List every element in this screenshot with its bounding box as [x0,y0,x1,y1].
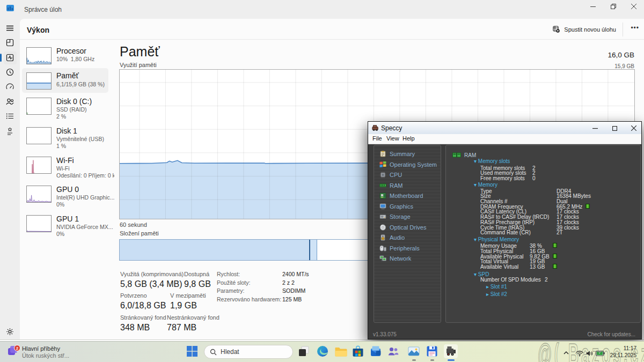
svg-text:2: 2 [16,346,19,351]
